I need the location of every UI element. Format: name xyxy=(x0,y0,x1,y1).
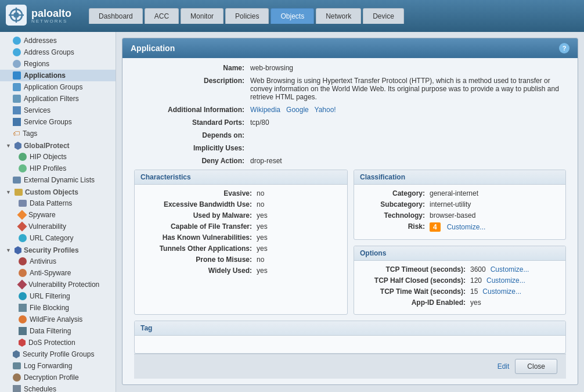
sidebar-label-url-filtering: URL Filtering xyxy=(30,292,70,300)
sidebar-item-url-filtering[interactable]: URL Filtering xyxy=(0,290,116,302)
application-filters-icon xyxy=(13,95,21,103)
tcp-timeout-customize[interactable]: Customize... xyxy=(491,265,529,274)
svg-point-2 xyxy=(13,12,19,18)
close-button[interactable]: Close xyxy=(515,359,557,374)
sidebar-section-security-profiles[interactable]: ▼ Security Profiles xyxy=(0,244,116,256)
additional-info-links: Wikipedia Google Yahoo! xyxy=(250,106,336,114)
sidebar-item-application-filters[interactable]: Application Filters xyxy=(0,93,116,105)
tab-monitor[interactable]: Monitor xyxy=(181,8,223,24)
class-category-label: Category: xyxy=(360,189,430,197)
sidebar-label-schedules: Schedules xyxy=(24,385,56,392)
sidebar-item-regions[interactable]: Regions xyxy=(0,58,116,70)
tab-acc[interactable]: ACC xyxy=(145,8,179,24)
depends-on-row: Depends on: xyxy=(134,131,566,139)
sidebar-item-decryption-profile[interactable]: Decryption Profile xyxy=(0,372,116,383)
yahoo-link[interactable]: Yahoo! xyxy=(315,106,336,114)
wikipedia-link[interactable]: Wikipedia xyxy=(250,106,280,114)
tab-dashboard[interactable]: Dashboard xyxy=(89,8,143,24)
char-file-transfer-value: yes xyxy=(257,222,268,231)
sidebar-item-antivirus[interactable]: Antivirus xyxy=(0,256,116,267)
sidebar-item-file-blocking[interactable]: File Blocking xyxy=(0,302,116,314)
tab-device[interactable]: Device xyxy=(363,8,404,24)
antivirus-icon xyxy=(19,257,27,265)
char-evasive-value: no xyxy=(257,189,264,197)
sidebar-item-data-patterns[interactable]: Data Patterns xyxy=(0,197,116,209)
sidebar-item-application-groups[interactable]: Application Groups xyxy=(0,81,116,93)
opt-tcp-timeout-row: TCP Timeout (seconds): 3600 Customize... xyxy=(360,265,560,274)
service-groups-icon xyxy=(13,118,21,126)
class-risk-label: Risk: xyxy=(360,222,430,232)
sidebar-item-vulnerability[interactable]: Vulnerability xyxy=(0,221,116,232)
sidebar-item-hip-objects[interactable]: HIP Objects xyxy=(0,151,116,163)
file-blocking-icon xyxy=(19,304,27,312)
sidebar-item-wildfire-analysis[interactable]: WildFire Analysis xyxy=(0,314,116,325)
sidebar-item-spyware[interactable]: Spyware xyxy=(0,209,116,221)
name-value: web-browsing xyxy=(250,64,293,72)
classification-header: Classification xyxy=(354,170,565,185)
char-misuse-row: Prone to Misuse: no xyxy=(140,256,341,264)
sidebar-section-globalprotect[interactable]: ▼ GlobalProtect xyxy=(0,139,116,151)
right-column: Classification Category: general-interne… xyxy=(354,170,566,315)
sidebar-item-external-dynamic-lists[interactable]: External Dynamic Lists xyxy=(0,174,116,186)
sidebar-item-anti-spyware[interactable]: Anti-Spyware xyxy=(0,267,116,279)
tag-section: Tag xyxy=(134,321,566,354)
logo-text-group: paloalto NETWORKS xyxy=(31,8,71,24)
char-file-transfer-label: Capable of File Transfer: xyxy=(140,222,257,231)
char-tunnels-value: yes xyxy=(257,244,268,253)
sidebar-item-address-groups[interactable]: Address Groups xyxy=(0,46,116,58)
tab-network[interactable]: Network xyxy=(316,8,361,24)
sidebar-label-hip-profiles: HIP Profiles xyxy=(30,164,66,172)
sidebar-item-schedules[interactable]: Schedules xyxy=(0,383,116,392)
sidebar-item-hip-profiles[interactable]: HIP Profiles xyxy=(0,163,116,174)
additional-info-row: Additional Information: Wikipedia Google… xyxy=(134,106,566,114)
sidebar-label-dos-protection: DoS Protection xyxy=(28,339,75,347)
tab-objects[interactable]: Objects xyxy=(271,8,314,24)
char-file-transfer-row: Capable of File Transfer: yes xyxy=(140,222,341,231)
sidebar-item-security-profile-groups[interactable]: Security Profile Groups xyxy=(0,348,116,360)
edit-link[interactable]: Edit xyxy=(498,362,510,371)
class-risk-value: 4 Customize... xyxy=(430,222,485,232)
char-misuse-label: Prone to Misuse: xyxy=(140,256,257,264)
characteristics-box: Characteristics Evasive: no Excessive Ba… xyxy=(134,170,348,315)
opt-app-id-row: App-ID Enabled: yes xyxy=(360,299,560,307)
sidebar-label-decryption-profile: Decryption Profile xyxy=(24,373,79,382)
sidebar-label-spyware: Spyware xyxy=(28,211,56,219)
sidebar-item-data-filtering[interactable]: Data Filtering xyxy=(0,325,116,337)
tcp-half-closed-customize[interactable]: Customize... xyxy=(486,276,525,285)
sidebar-item-url-category[interactable]: URL Category xyxy=(0,232,116,244)
sidebar-item-log-forwarding[interactable]: Log Forwarding xyxy=(0,360,116,372)
sidebar-item-dos-protection[interactable]: DoS Protection xyxy=(0,337,116,348)
sidebar-section-custom-objects[interactable]: ▼ Custom Objects xyxy=(0,186,116,197)
sidebar-item-vulnerability-protection[interactable]: Vulnerability Protection xyxy=(0,279,116,290)
sidebar-item-services[interactable]: Services xyxy=(0,105,116,116)
sidebar-label-application-groups: Application Groups xyxy=(24,83,82,91)
char-misuse-value: no xyxy=(257,256,264,264)
globalprotect-icon xyxy=(15,142,21,150)
sidebar-item-addresses[interactable]: Addresses xyxy=(0,35,116,46)
help-icon[interactable]: ? xyxy=(559,43,569,53)
dos-protection-icon xyxy=(19,339,26,347)
sidebar-item-tags[interactable]: 🏷 Tags xyxy=(0,128,116,139)
vuln-prot-icon xyxy=(17,280,27,290)
tab-policies[interactable]: Policies xyxy=(225,8,269,24)
logo-area: paloalto NETWORKS xyxy=(6,5,71,27)
risk-customize-link[interactable]: Customize... xyxy=(447,223,486,231)
logo-brand: paloalto xyxy=(31,8,71,19)
tcp-time-wait-customize[interactable]: Customize... xyxy=(482,287,521,296)
sidebar-label-data-filtering: Data Filtering xyxy=(30,327,71,335)
tcp-time-wait-number: 15 xyxy=(470,287,478,296)
class-subcategory-row: Subcategory: internet-utility xyxy=(360,200,560,208)
security-profiles-icon xyxy=(15,246,21,254)
application-panel: Application ? Name: web-browsing Descrip… xyxy=(122,38,578,385)
google-link[interactable]: Google xyxy=(286,106,309,114)
opt-tcp-timeout-label: TCP Timeout (seconds): xyxy=(360,265,470,274)
options-body: TCP Timeout (seconds): 3600 Customize...… xyxy=(354,261,565,314)
sidebar-label-vulnerability: Vulnerability xyxy=(28,222,66,231)
logo-icon xyxy=(6,5,27,27)
sidebar-label-tags: Tags xyxy=(23,130,37,138)
deny-action-label: Deny Action: xyxy=(134,157,250,165)
sidebar-item-applications[interactable]: Applications xyxy=(0,70,116,81)
sidebar-item-service-groups[interactable]: Service Groups xyxy=(0,116,116,128)
tcp-half-closed-number: 120 xyxy=(470,276,482,285)
hip-profiles-icon xyxy=(19,164,27,172)
